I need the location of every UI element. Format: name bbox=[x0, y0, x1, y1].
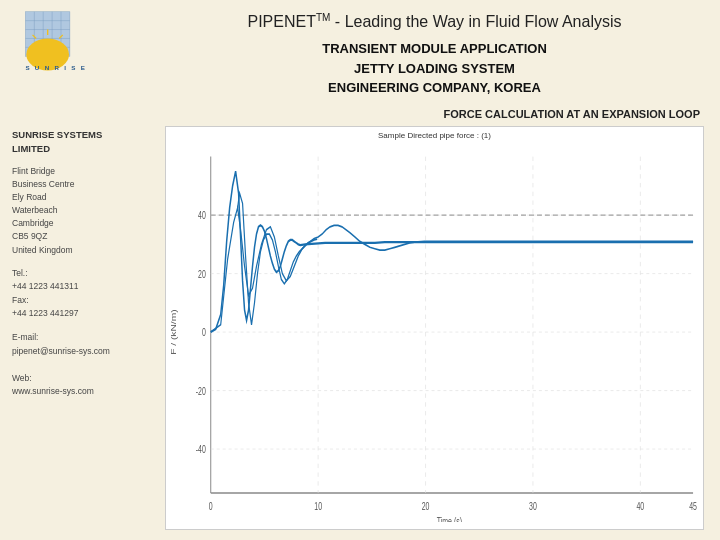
address-block: Flint Bridge Business Centre Ely Road Wa… bbox=[12, 165, 74, 257]
main-content: PIPENETTM - Leading the Way in Fluid Flo… bbox=[155, 0, 720, 540]
chart-title: Sample Directed pipe force : (1) bbox=[166, 127, 703, 140]
svg-text:-20: -20 bbox=[196, 385, 206, 397]
svg-text:45: 45 bbox=[689, 501, 697, 513]
svg-text:0: 0 bbox=[209, 501, 213, 513]
subtitle-line3: ENGINEERING COMPANY, KOREA bbox=[165, 78, 704, 98]
svg-text:10: 10 bbox=[314, 501, 322, 513]
svg-text:Time (s): Time (s) bbox=[437, 516, 462, 522]
subtitle-block: TRANSIENT MODULE APPLICATION JETTY LOADI… bbox=[165, 39, 704, 98]
svg-text:40: 40 bbox=[636, 501, 644, 513]
svg-text:F / (kN/m): F / (kN/m) bbox=[170, 309, 178, 355]
sunrise-logo: S U N R I S E bbox=[17, 10, 137, 90]
svg-text:30: 30 bbox=[529, 501, 537, 513]
contact-block: Tel.: +44 1223 441311 Fax: +44 1223 4412… bbox=[12, 267, 78, 321]
svg-text:-40: -40 bbox=[196, 444, 206, 456]
svg-text:S U N R I S E: S U N R I S E bbox=[25, 64, 86, 71]
force-calc-label: FORCE CALCULATION AT AN EXPANSION LOOP bbox=[444, 108, 704, 120]
page: S U N R I S E SUNRISE SYSTEMS LIMITED Fl… bbox=[0, 0, 720, 540]
chart-svg: F / (kN/m) 40 20 0 -20 -40 bbox=[166, 142, 703, 522]
sidebar: S U N R I S E SUNRISE SYSTEMS LIMITED Fl… bbox=[0, 0, 155, 540]
svg-text:20: 20 bbox=[198, 268, 206, 280]
subtitle-line1: TRANSIENT MODULE APPLICATION bbox=[165, 39, 704, 59]
svg-text:20: 20 bbox=[422, 501, 430, 513]
header-title: PIPENETTM - Leading the Way in Fluid Flo… bbox=[165, 12, 704, 31]
subtitle-line2: JETTY LOADING SYSTEM bbox=[165, 59, 704, 79]
chart-inner: F / (kN/m) 40 20 0 -20 -40 bbox=[166, 142, 703, 522]
company-name: SUNRISE SYSTEMS LIMITED bbox=[12, 128, 102, 157]
svg-text:0: 0 bbox=[202, 327, 206, 339]
web-block: E-mail: pipenet@sunrise-sys.com Web: www… bbox=[12, 331, 110, 399]
section-title-row: FORCE CALCULATION AT AN EXPANSION LOOP bbox=[165, 108, 704, 120]
svg-text:40: 40 bbox=[198, 210, 206, 222]
logo-area: S U N R I S E bbox=[12, 10, 142, 110]
chart-container: Sample Directed pipe force : (1) F / (kN… bbox=[165, 126, 704, 530]
